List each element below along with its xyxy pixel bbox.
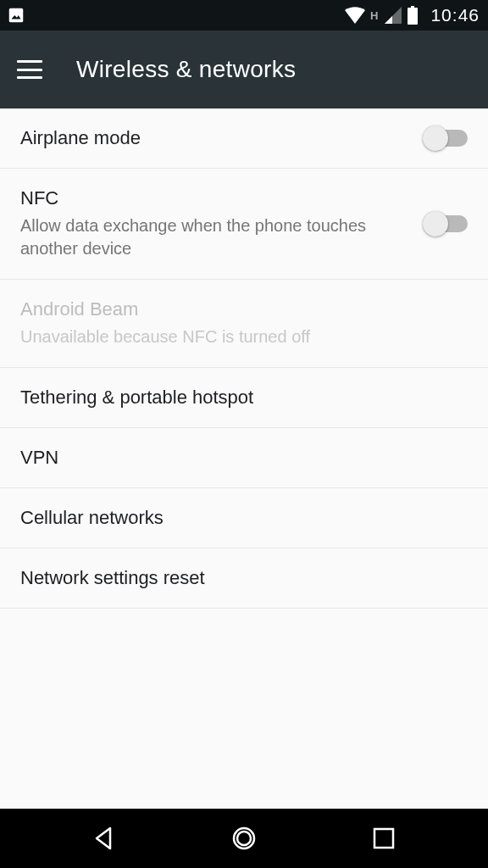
setting-title: Cellular networks: [20, 507, 454, 529]
clock: 10:46: [430, 5, 480, 25]
setting-airplane-mode[interactable]: Airplane mode: [0, 108, 488, 169]
battery-icon: [407, 6, 419, 25]
setting-tethering[interactable]: Tethering & portable hotspot: [0, 368, 488, 428]
page-title: Wireless & networks: [76, 56, 296, 83]
app-bar: Wireless & networks: [0, 31, 488, 108]
svg-rect-0: [9, 8, 24, 23]
nfc-switch[interactable]: [425, 215, 468, 232]
settings-list: Airplane mode NFC Allow data exchange wh…: [0, 108, 488, 609]
svg-rect-5: [408, 8, 418, 25]
setting-title: Airplane mode: [20, 127, 412, 149]
svg-marker-3: [385, 16, 392, 24]
setting-nfc[interactable]: NFC Allow data exchange when the phone t…: [0, 169, 488, 280]
setting-title: VPN: [20, 447, 454, 469]
setting-title: NFC: [20, 187, 412, 209]
picture-icon: [7, 6, 25, 25]
setting-vpn[interactable]: VPN: [0, 428, 488, 488]
setting-network-reset[interactable]: Network settings reset: [0, 548, 488, 609]
svg-rect-8: [374, 829, 393, 848]
cell-signal-icon: [385, 7, 402, 24]
svg-rect-4: [411, 6, 414, 8]
navigation-bar: [0, 809, 488, 868]
setting-subtitle: Unavailable because NFC is turned off: [20, 326, 454, 348]
svg-point-7: [237, 832, 251, 845]
back-button[interactable]: [83, 817, 125, 860]
setting-subtitle: Allow data exchange when the phone touch…: [20, 214, 412, 260]
status-bar: H 10:46: [0, 0, 488, 31]
setting-title: Network settings reset: [20, 567, 454, 589]
menu-icon[interactable]: [17, 60, 42, 79]
home-button[interactable]: [223, 817, 265, 860]
network-type-label: H: [370, 9, 378, 22]
airplane-mode-switch[interactable]: [425, 130, 468, 147]
setting-android-beam: Android Beam Unavailable because NFC is …: [0, 280, 488, 368]
setting-title: Tethering & portable hotspot: [20, 387, 454, 409]
setting-cellular-networks[interactable]: Cellular networks: [0, 488, 488, 548]
wifi-icon: [345, 7, 365, 24]
recents-button[interactable]: [363, 817, 405, 860]
setting-title: Android Beam: [20, 298, 454, 320]
